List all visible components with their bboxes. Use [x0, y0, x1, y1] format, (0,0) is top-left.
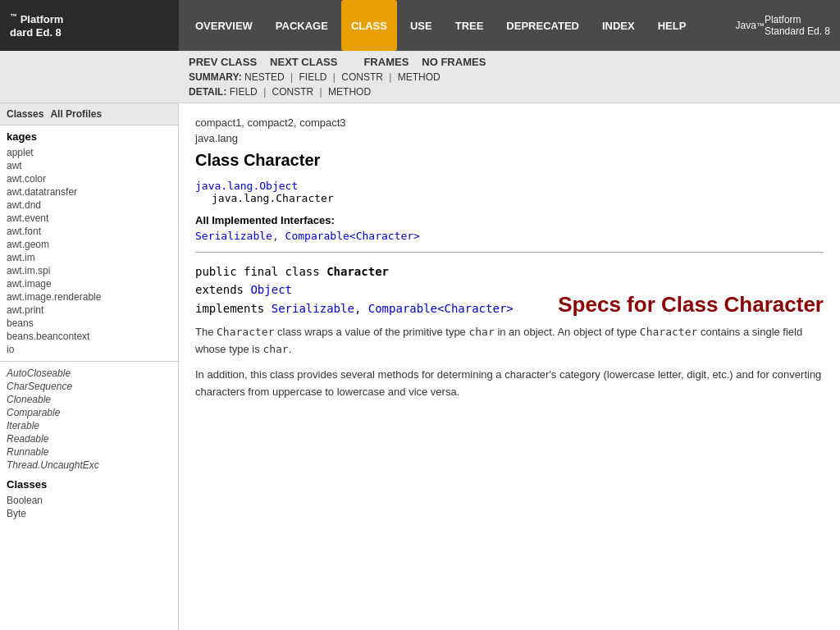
detail-method[interactable]: METHOD: [328, 86, 371, 98]
package-name: java.lang: [195, 132, 824, 144]
summary-method[interactable]: METHOD: [398, 71, 441, 83]
class-signature: public final class Character extends Obj…: [195, 262, 824, 317]
brand-right: Java™ PlatformStandard Ed. 8: [726, 0, 840, 51]
pkg-applet[interactable]: applet: [7, 146, 171, 159]
iface-autocloseable[interactable]: AutoCloseable: [7, 367, 171, 380]
class-boolean[interactable]: Boolean: [7, 494, 171, 507]
summary-label: SUMMARY:: [189, 71, 242, 83]
interfaces-list: AutoCloseable CharSequence Cloneable Com…: [0, 365, 178, 473]
next-class-link[interactable]: NEXT CLASS: [270, 56, 337, 68]
pkg-awt-im[interactable]: awt.im: [7, 251, 171, 264]
sig-classname: Character: [326, 265, 389, 278]
classes-list: Boolean Byte: [0, 492, 178, 522]
no-frames-link[interactable]: NO FRAMES: [422, 56, 486, 68]
pkg-awt-image[interactable]: awt.image: [7, 277, 171, 290]
detail-constr[interactable]: CONSTR: [272, 86, 317, 98]
detail-field[interactable]: FIELD: [230, 86, 260, 98]
pkg-awt-print[interactable]: awt.print: [7, 304, 171, 317]
all-interfaces-label: All Implemented Interfaces:: [195, 214, 824, 226]
sidebar-top-links: Classes All Profiles: [0, 103, 178, 126]
iface-comparable[interactable]: Comparable: [7, 406, 171, 419]
classes-section-title: Classes: [0, 473, 178, 492]
iface-iterable[interactable]: Iterable: [7, 419, 171, 432]
brand-subtitle: dard Ed. 8: [10, 26, 62, 39]
sig-extends: extends: [195, 283, 250, 296]
prev-class-link[interactable]: PREV CLASS: [189, 56, 257, 68]
iface-cloneable[interactable]: Cloneable: [7, 393, 171, 406]
class-title: Class Character: [195, 151, 824, 170]
pkg-awt-event[interactable]: awt.event: [7, 212, 171, 225]
pkg-awt-dnd[interactable]: awt.dnd: [7, 199, 171, 212]
packages-list: applet awt awt.color awt.datatransfer aw…: [0, 144, 178, 358]
profile-list: compact1, compact2, compact3: [195, 116, 824, 129]
sidebar-divider: [0, 361, 178, 362]
class-byte[interactable]: Byte: [7, 507, 171, 520]
pkg-beans-beancontext[interactable]: beans.beancontext: [7, 330, 171, 343]
detail-meta: DETAIL: FIELD | CONSTR | METHOD: [189, 86, 830, 98]
main-content: Specs for Class Character compact1, comp…: [179, 103, 840, 630]
sig-public-final-class: public final class: [195, 265, 326, 278]
sidebar-classes-link[interactable]: Classes: [7, 108, 43, 120]
child-class: java.lang.Character: [212, 192, 334, 204]
description-para-1: The Character class wraps a value of the…: [195, 324, 824, 358]
packages-title: kages: [0, 126, 178, 144]
sig-object-link[interactable]: Object: [250, 283, 292, 296]
frames-link[interactable]: FRAMES: [363, 56, 409, 68]
nav-index[interactable]: INDEX: [592, 0, 645, 51]
iface-charsequence[interactable]: CharSequence: [7, 380, 171, 393]
nav-overview[interactable]: OVERVIEW: [185, 0, 262, 51]
iface-comparable-link[interactable]: Comparable<Character>: [285, 230, 420, 242]
all-interfaces-value: Serializable, Comparable<Character>: [195, 230, 824, 242]
content-divider: [195, 252, 824, 253]
nav-deprecated[interactable]: DEPRECATED: [496, 0, 589, 51]
brand-name: Platform: [21, 14, 64, 26]
pkg-awt-color[interactable]: awt.color: [7, 172, 171, 185]
parent-class-link[interactable]: java.lang.Object: [195, 180, 298, 192]
iface-readable[interactable]: Readable: [7, 432, 171, 445]
sig-implements: implements: [195, 302, 272, 315]
secondary-navigation: PREV CLASS NEXT CLASS FRAMES NO FRAMES S…: [0, 51, 840, 103]
sig-comparable-link[interactable]: Comparable<Character>: [368, 302, 514, 315]
pkg-io[interactable]: io: [7, 343, 171, 356]
sig-serializable-link[interactable]: Serializable: [272, 302, 354, 315]
pkg-awt-im-spi[interactable]: awt.im.spi: [7, 264, 171, 277]
pkg-awt-datatransfer[interactable]: awt.datatransfer: [7, 185, 171, 199]
pkg-awt[interactable]: awt: [7, 159, 171, 172]
brand-logo: ™ Platform dard Ed. 8: [0, 0, 179, 51]
inheritance-hierarchy: java.lang.Object java.lang.Character: [195, 180, 824, 204]
summary-nested[interactable]: NESTED: [244, 71, 287, 83]
top-navigation: ™ Platform dard Ed. 8 OVERVIEW PACKAGE C…: [0, 0, 840, 51]
iface-serializable-link[interactable]: Serializable: [195, 230, 272, 242]
main-layout: Classes All Profiles kages applet awt aw…: [0, 103, 840, 630]
description-para-2: In addition, this class provides several…: [195, 367, 824, 401]
nav-use[interactable]: USE: [400, 0, 442, 51]
brand-tm: ™: [10, 12, 17, 21]
nav-links: OVERVIEW PACKAGE CLASS USE TREE DEPRECAT…: [179, 0, 726, 51]
nav-tree[interactable]: TREE: [445, 0, 494, 51]
nav-package[interactable]: PACKAGE: [266, 0, 338, 51]
pkg-awt-image-renderable[interactable]: awt.image.renderable: [7, 290, 171, 304]
summary-meta: SUMMARY: NESTED | FIELD | CONSTR | METHO…: [189, 71, 830, 83]
pkg-beans[interactable]: beans: [7, 317, 171, 330]
pkg-awt-font[interactable]: awt.font: [7, 225, 171, 238]
iface-thread-uncaughtexc[interactable]: Thread.UncaughtExc: [7, 459, 171, 472]
pkg-awt-geom[interactable]: awt.geom: [7, 238, 171, 251]
detail-label: DETAIL:: [189, 86, 226, 98]
nav-class[interactable]: CLASS: [341, 0, 397, 51]
nav-help[interactable]: HELP: [648, 0, 696, 51]
summary-constr[interactable]: CONSTR: [341, 71, 386, 83]
summary-field[interactable]: FIELD: [299, 71, 330, 83]
sidebar-all-profiles-link[interactable]: All Profiles: [50, 108, 102, 120]
iface-runnable[interactable]: Runnable: [7, 445, 171, 459]
sidebar: Classes All Profiles kages applet awt aw…: [0, 103, 179, 630]
